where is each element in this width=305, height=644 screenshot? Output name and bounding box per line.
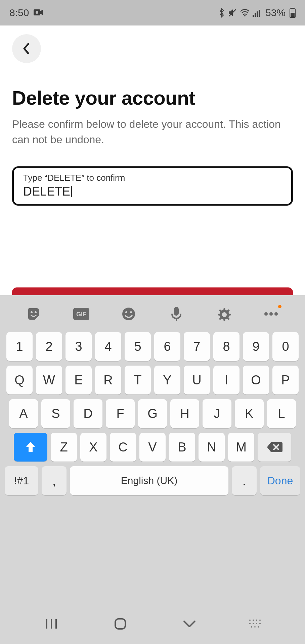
backspace-icon [266,441,282,453]
notification-dot-icon [278,305,281,308]
keyboard-row-qwerty: Q W E R T Y U I O P [5,366,300,394]
signal-icon [253,9,261,17]
key-f[interactable]: F [106,399,135,428]
key-m[interactable]: M [228,433,254,462]
key-1[interactable]: 1 [6,332,33,361]
key-e[interactable]: E [66,366,92,394]
svg-point-24 [269,312,273,316]
shift-up-icon [25,440,37,454]
svg-point-39 [259,623,261,624]
svg-point-19 [130,311,132,313]
key-6[interactable]: 6 [154,332,180,361]
nav-keyboard-switch[interactable] [248,616,264,632]
svg-point-38 [256,623,257,624]
key-o[interactable]: O [243,366,269,394]
key-k[interactable]: K [235,399,264,428]
key-3[interactable]: 3 [66,332,92,361]
emoji-icon[interactable] [120,306,137,322]
confirm-field-label: Type “DELETE” to confirm [23,173,282,183]
svg-rect-6 [257,11,258,17]
bluetooth-icon [218,8,225,18]
key-4[interactable]: 4 [95,332,121,361]
confirm-field-input[interactable]: DELETE [23,184,70,199]
key-7[interactable]: 7 [184,332,210,361]
key-t[interactable]: T [125,366,151,394]
key-p[interactable]: P [272,366,299,394]
svg-point-23 [264,312,268,316]
key-j[interactable]: J [203,399,231,428]
keyboard-row-bottom: !#1 , English (UK) . Done [5,466,300,495]
svg-point-33 [253,620,254,621]
nav-recents[interactable] [41,614,61,634]
keyboard-grid-icon [249,619,263,629]
svg-point-3 [244,15,246,16]
battery-icon [290,8,296,18]
nav-back[interactable] [179,614,200,634]
gear-icon[interactable] [215,306,232,322]
app-content: Delete your account Please confirm below… [0,25,305,321]
svg-point-14 [35,311,37,313]
mute-icon [228,8,237,17]
key-b[interactable]: B [169,433,195,462]
key-r[interactable]: R [95,366,121,394]
key-u[interactable]: U [184,366,210,394]
key-symbols[interactable]: !#1 [5,466,38,495]
svg-point-41 [254,626,256,628]
key-period[interactable]: . [232,466,257,495]
key-s[interactable]: S [41,399,70,428]
keyboard-row-asdf: A S D F G H J K L [5,399,300,428]
key-v[interactable]: V [139,433,166,462]
nav-home[interactable] [110,614,130,634]
svg-point-1 [36,11,38,14]
key-comma[interactable]: , [42,466,67,495]
text-caret [71,186,72,197]
key-8[interactable]: 8 [213,332,239,361]
wifi-icon [240,9,250,17]
key-c[interactable]: C [110,433,136,462]
key-q[interactable]: Q [6,366,33,394]
key-0[interactable]: 0 [272,332,299,361]
key-2[interactable]: 2 [36,332,62,361]
key-5[interactable]: 5 [125,332,151,361]
key-h[interactable]: H [170,399,199,428]
key-n[interactable]: N [199,433,225,462]
key-d[interactable]: D [74,399,102,428]
status-right: 53% [218,7,296,18]
svg-rect-10 [291,13,295,17]
svg-rect-20 [174,307,179,316]
key-z[interactable]: Z [51,433,77,462]
key-x[interactable]: X [80,433,106,462]
chevron-down-icon [182,619,197,629]
svg-point-17 [122,308,135,320]
key-done[interactable]: Done [260,466,300,495]
video-record-icon [34,7,44,18]
svg-point-22 [222,312,227,317]
key-g[interactable]: G [138,399,167,428]
keyboard-row-zxcv: Z X C V B N M [5,433,300,462]
key-l[interactable]: L [267,399,296,428]
key-y[interactable]: Y [154,366,180,394]
status-left: 8:50 [9,7,44,18]
sticker-icon[interactable] [26,306,42,322]
mic-icon[interactable] [168,306,185,322]
svg-point-34 [256,620,257,621]
key-9[interactable]: 9 [243,332,269,361]
confirm-field-container[interactable]: Type “DELETE” to confirm DELETE [12,166,293,206]
more-icon[interactable] [263,306,279,322]
key-backspace[interactable] [258,433,291,462]
svg-point-25 [274,312,278,316]
key-a[interactable]: A [9,399,38,428]
keyboard-toolbar: GIF [0,301,305,329]
key-space[interactable]: English (UK) [70,466,228,495]
key-w[interactable]: W [36,366,62,394]
svg-point-32 [249,620,251,621]
nav-bar [0,607,305,644]
recents-icon [45,617,58,631]
svg-point-18 [125,311,127,313]
svg-rect-31 [115,619,125,629]
status-time: 8:50 [9,7,29,18]
back-button[interactable] [12,34,41,63]
key-i[interactable]: I [213,366,239,394]
key-shift[interactable] [14,433,47,462]
gif-icon[interactable]: GIF [73,306,90,322]
